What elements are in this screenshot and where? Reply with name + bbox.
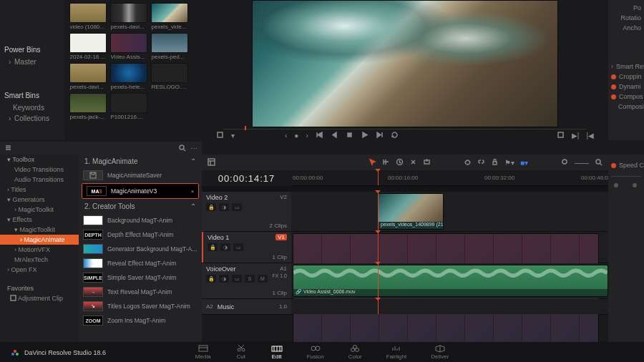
timeline-ruler[interactable]: 00:00:00:00 00:00:16:00 00:00:32:00 00:0… [291, 170, 608, 186]
media-thumb[interactable]: pexels-davi... [109, 3, 147, 30]
tab-edit[interactable]: Edit [271, 344, 283, 360]
media-thumb[interactable]: 2024-02-16 ... [69, 33, 107, 60]
go-start-icon[interactable] [316, 131, 323, 140]
fx-item-genbg[interactable]: Generator Background MagT-A... [79, 242, 202, 256]
playhead[interactable] [378, 170, 379, 185]
insp-smart[interactable]: ›Smart Refr [611, 62, 641, 72]
crop-icon[interactable] [216, 131, 224, 140]
link-icon[interactable] [477, 158, 485, 167]
viewer[interactable] [202, 0, 608, 127]
fx-item-reveal[interactable]: →Reveal Effect MagT-Anim [79, 256, 202, 270]
fx-item-titles[interactable]: ↘Titles Logos Saver MagT-Anim [79, 299, 202, 313]
fx-item-depth[interactable]: DEPTHDepth Effect MagT-Anim [79, 228, 202, 242]
bin-master[interactable]: ›Master [0, 57, 64, 67]
media-thumb[interactable]: Video Assis... [109, 33, 147, 60]
effects-list[interactable]: 1. MagicAnimate⌃ MagicAnimateSaver MA3Ma… [79, 155, 202, 362]
loop-icon[interactable] [391, 131, 399, 140]
fx-group-1[interactable]: 1. MagicAnimate⌃ [79, 155, 202, 168]
fx-motionvfx[interactable]: › MotionVFX [0, 245, 79, 255]
media-thumb[interactable]: RESLOGO.017 [150, 63, 188, 90]
right-inspector[interactable]: Speed C [608, 155, 644, 362]
stop-icon[interactable] [346, 131, 353, 140]
zoom-out-icon[interactable] [561, 158, 569, 167]
fx-item-saver[interactable]: MagicAnimateSaver [79, 168, 202, 182]
fx-item-text[interactable]: →Text Reveal MagT-Anim [79, 285, 202, 299]
media-thumb[interactable]: pexels-jack-... [69, 93, 107, 120]
go-end-icon[interactable] [376, 131, 384, 140]
tab-media[interactable]: Media [195, 344, 211, 360]
dynamic-trim-icon[interactable] [396, 158, 404, 167]
track-enable-icon[interactable]: ◑ [219, 203, 229, 211]
fx-group-2[interactable]: 2. Creator Tools⌃ [79, 200, 202, 213]
selection-tool-icon[interactable] [369, 158, 376, 167]
match-frame-icon[interactable] [557, 131, 565, 140]
track-mute-icon[interactable]: ▭ [232, 203, 242, 211]
bins-tree[interactable]: Power Bins ›Master Smart Bins Keywords ›… [0, 0, 64, 140]
insp-cropping[interactable]: Croppin [611, 72, 641, 82]
fx-mralex[interactable]: MrAlexTech [0, 255, 79, 265]
fx-gen-magictoolkit[interactable]: › MagicToolkit [0, 205, 79, 215]
dropdown-icon[interactable]: ▾ [231, 132, 235, 140]
fx-video-trans[interactable]: Video Transitions [0, 165, 79, 175]
list-view-icon[interactable] [4, 144, 12, 153]
fx-item-zoom[interactable]: ZOOMZoom Ins MagT-Anim [79, 313, 202, 328]
fx-toolbox[interactable]: ▾ Toolbox [0, 155, 79, 165]
media-thumb[interactable]: pexels-davi... [69, 63, 107, 90]
lock-icon[interactable] [491, 158, 499, 167]
search-icon[interactable] [178, 144, 186, 153]
track-v1[interactable]: V1 Video 1 🔒◑▭ 1 Clip 🔗 Video Assist_000… [202, 232, 608, 263]
zoom-in-icon[interactable] [595, 158, 602, 167]
effects-tree[interactable]: ▾ Toolbox Video Transitions Audio Transi… [0, 155, 79, 362]
tab-fairlight[interactable]: Fairlight [386, 344, 406, 360]
next-edit-icon[interactable]: › [306, 132, 308, 140]
media-thumb[interactable]: P1001216.... [109, 93, 147, 120]
track-a1[interactable]: A1 FX 1.0 VoiceOver 🔒◑▭SM 1 Clip 🔗 Video… [202, 263, 608, 299]
timeline[interactable]: ⚑▾ ■▾ —— 00:00:14:17 00:00:00:00 00:00:1… [202, 155, 608, 362]
zoom-slider[interactable]: —— [575, 159, 589, 167]
media-thumb[interactable]: pexels-ped... [150, 33, 188, 60]
snap-icon[interactable]: ■▾ [520, 159, 528, 167]
tab-color[interactable]: Color [348, 344, 362, 360]
fx-effects[interactable]: ▾ Effects [0, 215, 79, 225]
media-thumb[interactable]: pexels-hele... [109, 63, 147, 90]
fx-audio-trans[interactable]: Audio Transitions [0, 175, 79, 185]
insp-dynamic[interactable]: Dynami [611, 82, 641, 92]
fx-openfx[interactable]: › Open FX [0, 265, 79, 275]
prev-edit-icon[interactable]: ‹ [285, 132, 287, 140]
fx-item-bg[interactable]: Background MagT-Anim [79, 213, 202, 228]
media-thumb[interactable]: pexels_vide... [150, 3, 188, 30]
fx-magicanimate[interactable]: › MagicAnimate [0, 235, 79, 245]
track-lock-icon[interactable]: 🔒 [206, 203, 216, 211]
insp-composite[interactable]: Compos [611, 92, 641, 102]
clip-ocean[interactable]: pexels_videos_1409899 (216... [378, 193, 444, 230]
step-bk-icon[interactable]: |◀ [586, 132, 594, 140]
fx-adjustment[interactable]: Adjustment Clip [0, 293, 79, 304]
media-thumb[interactable]: video (1080... [69, 3, 107, 30]
trim-tool-icon[interactable] [382, 158, 390, 167]
fx-generators[interactable]: ▾ Generators [0, 195, 79, 205]
tab-fusion[interactable]: Fusion [307, 344, 324, 360]
playhead-icon[interactable]: ● [294, 132, 298, 140]
timecode-display[interactable]: 00:00:14:17 [202, 173, 291, 184]
options-icon[interactable]: ⋯ [190, 145, 197, 152]
play-icon[interactable] [361, 131, 369, 140]
flag-icon[interactable]: ⚑▾ [504, 159, 514, 167]
track-a2[interactable]: A2 Music 1.0 [202, 299, 608, 315]
fx-titles[interactable]: › Titles [0, 185, 79, 195]
fx-magictoolkit[interactable]: ▾ MagicToolkit [0, 225, 79, 235]
step-fwd-icon[interactable]: ▶| [572, 132, 580, 140]
fx-item-simple[interactable]: SIMPLESimple Saver MagT-Anim [79, 270, 202, 285]
blade-tool-icon[interactable] [409, 158, 417, 167]
tab-deliver[interactable]: Deliver [431, 344, 449, 360]
track-v2[interactable]: V2 Video 2 🔒◑▭ 2 Clips pexels_videos_140… [202, 192, 608, 232]
bin-keywords[interactable]: Keywords [0, 102, 64, 113]
tl-view-icon[interactable] [208, 158, 215, 167]
marker-icon[interactable] [464, 158, 472, 167]
inspector-panel[interactable]: Po Rotatio Ancho ›Smart Refr Croppin Dyn… [608, 0, 644, 140]
tab-cut[interactable]: Cut [235, 344, 247, 360]
media-thumbnail-grid[interactable]: video (1080...pexels-davi...pexels_vide.… [64, 0, 202, 140]
fx-item-ma3[interactable]: MA3MagicAnimateV3× [82, 183, 199, 199]
bin-collections[interactable]: ›Collections [0, 113, 64, 124]
clip-a1[interactable]: 🔗 Video Assist_0006.mov [293, 265, 608, 297]
step-back-icon[interactable] [331, 131, 338, 140]
